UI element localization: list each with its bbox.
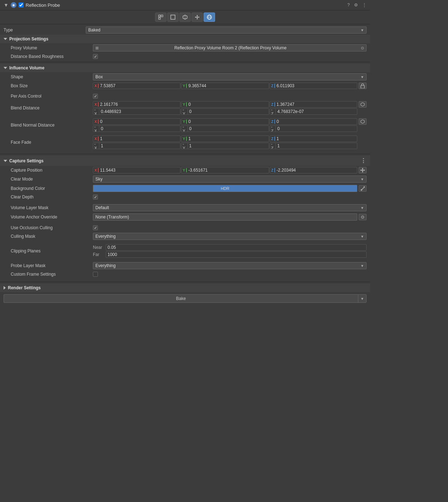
proxy-volume-field[interactable]: ⊠ Reflection Proxy Volume Room 2 (Reflec… [93,44,367,51]
custom-frame-row: Custom Frame Settings [0,270,370,278]
blend-dist-nz-group[interactable]: -Z [270,108,357,115]
box-size-z-group[interactable]: Z [270,83,357,89]
toolbar-arrows-btn[interactable] [191,13,203,22]
blend-normal-x-input[interactable] [99,119,180,124]
blend-normal-neg-y-input[interactable] [188,126,269,131]
face-fade-y-input[interactable] [187,136,268,141]
toolbar-move-btn[interactable] [155,13,166,22]
proxy-target-icon: ⊙ [361,46,364,50]
culling-mask-dropdown[interactable]: Everything ▼ [93,233,367,240]
render-settings-header[interactable]: Render Settings [0,284,370,292]
capture-pos-move-btn[interactable] [359,167,367,173]
use-occlusion-checkbox[interactable]: ✓ [93,225,98,230]
collapse-arrow[interactable]: ▼ [4,2,9,8]
face-fade-x-input[interactable] [99,136,180,141]
blend-normal-row: Blend Normal Distance X Y Z [0,117,370,133]
box-size-x-group[interactable]: X [93,83,180,89]
face-fade-nx-group[interactable]: -X [93,143,180,149]
blend-dist-nx-group[interactable]: -X [93,108,180,115]
face-fade-ny-group[interactable]: -Y [181,143,269,149]
distance-roughness-checkbox[interactable]: ✓ [93,54,98,59]
face-fade-neg-z-input[interactable] [276,143,357,148]
blend-normal-neg-z-label: -Z [270,126,276,132]
blend-normal-neg-z-input[interactable] [276,126,357,131]
blend-normal-neg-x-input[interactable] [99,126,180,131]
face-fade-pz-group[interactable]: Z [270,136,357,142]
clear-depth-checkbox[interactable]: ✓ [93,195,98,200]
blend-dist-y-input[interactable] [187,102,268,107]
near-input-group[interactable] [106,244,367,251]
blend-dist-ny-group[interactable]: -Y [181,108,269,115]
shape-dropdown[interactable]: Box ▼ [93,73,367,80]
blend-normal-py-group[interactable]: Y [181,118,269,125]
toolbar-sphere-btn[interactable] [204,13,215,22]
box-size-y-input[interactable] [187,83,268,88]
far-input[interactable] [106,252,366,257]
blend-dist-x-input[interactable] [99,102,180,107]
blend-normal-nz-group[interactable]: -Z [270,126,357,132]
background-color-picker[interactable]: HDR [93,185,357,192]
volume-layer-mask-dropdown[interactable]: Default ▼ [93,204,367,211]
blend-dist-px-group[interactable]: X [93,101,180,108]
blend-dist-cube-btn[interactable] [359,101,367,108]
probe-layer-mask-dropdown[interactable]: Everything ▼ [93,262,367,269]
clear-mode-dropdown[interactable]: Sky ▼ [93,176,367,183]
capture-pos-x-group[interactable]: X [93,167,180,173]
capture-pos-z-group[interactable]: Z [270,167,357,173]
per-axis-checkbox[interactable]: ✓ [93,94,98,99]
blend-dist-pz-group[interactable]: Z [270,101,357,108]
bake-dropdown-btn[interactable]: ▼ [358,294,367,303]
face-fade-nz-group[interactable]: -Z [270,143,357,149]
blend-normal-ny-group[interactable]: -Y [181,126,269,132]
volume-anchor-target-btn[interactable]: ⊙ [359,214,367,220]
box-size-x-input[interactable] [99,83,180,88]
influence-section-header[interactable]: Influence Volume [0,64,370,72]
face-fade-neg-y-input[interactable] [188,143,269,148]
settings-icon[interactable]: ⚙ [354,3,358,8]
capture-section-header[interactable]: Capture Settings ⋮ [0,156,370,166]
color-eyedropper-btn[interactable] [359,185,367,192]
use-occlusion-row: Use Occlusion Culling ✓ [0,224,370,232]
component-icon: ◉ [11,2,16,8]
enabled-checkbox[interactable] [19,3,24,8]
bake-button[interactable]: Bake [4,294,358,303]
blend-normal-z-input[interactable] [275,119,357,124]
blend-normal-label: Blend Normal Distance [11,123,93,128]
face-fade-py-group[interactable]: Y [181,136,269,142]
blend-normal-px-group[interactable]: X [93,118,180,125]
blend-normal-pz-group[interactable]: Z [270,118,357,125]
blend-normal-y-input[interactable] [187,119,268,124]
blend-dist-neg-z-input[interactable] [276,109,357,114]
more-icon[interactable]: ⋮ [362,3,367,8]
face-fade-z-input[interactable] [275,136,357,141]
capture-pos-z-input[interactable] [275,168,357,173]
help-icon[interactable]: ? [347,3,350,8]
capture-pos-y-input[interactable] [187,168,268,173]
box-size-lock-btn[interactable] [359,83,367,89]
face-fade-px-group[interactable]: X [93,136,180,142]
volume-anchor-dropdown[interactable]: None (Transform) [93,213,357,221]
toolbar-cube-btn[interactable] [179,13,191,22]
blend-normal-cube-btn[interactable] [359,118,367,125]
svg-rect-0 [159,15,160,17]
near-input[interactable] [106,245,366,250]
capture-pos-y-group[interactable]: Y [181,167,269,173]
box-size-y-group[interactable]: Y [181,83,269,89]
face-fade-neg-x-input[interactable] [99,143,180,148]
culling-mask-arrow: ▼ [360,235,364,238]
capture-pos-x-input[interactable] [99,168,180,173]
type-dropdown[interactable]: Baked ▼ [86,26,367,34]
blend-dist-neg-x-input[interactable] [99,109,180,114]
projection-section-header[interactable]: Projection Settings [0,35,370,43]
far-input-group[interactable] [106,251,367,258]
blend-dist-neg-y-input[interactable] [188,109,269,114]
custom-frame-checkbox[interactable] [93,272,98,277]
blend-dist-z-input[interactable] [275,102,357,107]
box-size-z-input[interactable] [275,83,357,88]
toolbar-box-btn[interactable] [167,13,179,22]
blend-dist-py-group[interactable]: Y [181,101,269,108]
blend-normal-nx-group[interactable]: -X [93,126,180,132]
capture-more-btn[interactable]: ⋮ [360,157,367,164]
probe-layer-mask-arrow: ▼ [360,264,364,268]
use-occlusion-label: Use Occlusion Culling [11,225,93,230]
